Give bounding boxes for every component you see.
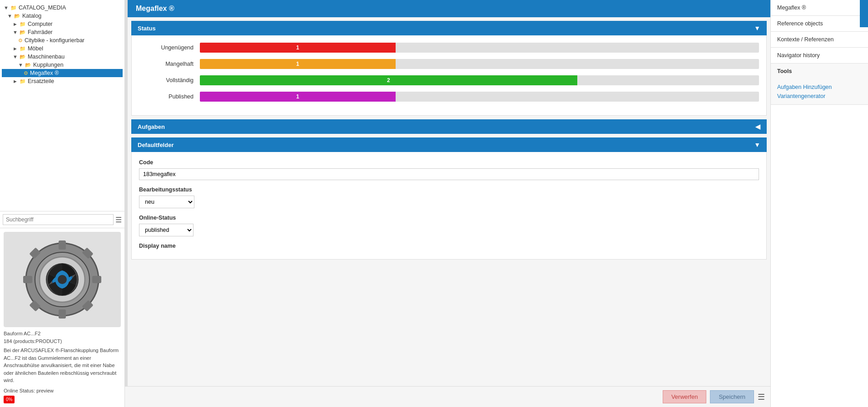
tree-item-label: CATALOG_MEDIA — [19, 5, 66, 11]
folder-icon: 📁 — [20, 46, 26, 52]
right-section-header-kontexte[interactable]: Kontexte / Referenzen — [771, 32, 868, 47]
right-section-body-tools: Aufgaben HinzufügenVariantengenerator — [771, 79, 868, 104]
bearbeitungsstatus-select[interactable]: neu in Bearbeitung abgeschlossen — [139, 196, 194, 208]
status-row-published: Published 1 — [139, 92, 759, 102]
status-label: Mangelhaft — [139, 61, 193, 67]
status-bar-fill: 1 — [200, 59, 396, 69]
right-section-kontexte: Kontexte / Referenzen — [771, 32, 868, 48]
svg-point-13 — [58, 275, 67, 284]
tree-item-label: Fahrräder — [28, 29, 53, 35]
tree-item-label: Möbel — [28, 45, 43, 52]
right-section-header-tools[interactable]: Tools — [771, 64, 868, 79]
folder-open-icon: 📂 — [20, 54, 26, 60]
status-label: Vollständig — [139, 77, 193, 83]
online-status-select[interactable]: published preview unpublished — [139, 224, 193, 236]
right-section-megaflex-ref: Megaflex ® — [771, 0, 868, 16]
product-icon: ⚙ — [18, 38, 23, 44]
expand-icon: ▼ — [7, 13, 12, 19]
product-selected-icon: ⚙ — [24, 70, 28, 76]
tree-item-kupplungen[interactable]: ▼📂Kupplungen — [2, 61, 123, 69]
tree-item-label: Computer — [28, 21, 53, 27]
tree-item-maschinenbau[interactable]: ▼📂Maschinenbau — [2, 53, 123, 61]
preview-text: Bauform AC...F2 184 (products:PRODUCT) B… — [4, 330, 121, 403]
top-right-tab[interactable] — [860, 0, 868, 27]
folder-open-icon: 📂 — [20, 29, 26, 35]
verwerfen-button[interactable]: Verwerfen — [663, 390, 707, 403]
folder-open-icon: 📂 — [14, 13, 20, 19]
tree-item-root[interactable]: ▼📁CATALOG_MEDIA — [2, 4, 123, 12]
bottom-bar: Verwerfen Speichern ☰ — [125, 386, 770, 407]
folder-open-icon: 📂 — [25, 62, 31, 68]
speichern-button[interactable]: Speichern — [710, 390, 754, 403]
expand-icon: ▼ — [13, 29, 18, 35]
search-input[interactable] — [3, 214, 114, 225]
svg-rect-2 — [59, 240, 66, 250]
gear-svg — [17, 234, 108, 325]
status-row-ungenügend: Ungenügend 1 — [139, 43, 759, 53]
tree-item-moebel[interactable]: ►📁Möbel — [2, 44, 123, 53]
online-status-label: Online-Status — [139, 215, 759, 221]
status-section-header[interactable]: Status ▼ — [131, 21, 767, 35]
status-bar-container: 1 — [200, 59, 759, 69]
right-section-header-megaflex-ref[interactable]: Megaflex ® — [771, 0, 868, 15]
left-sidebar: ▼📁CATALOG_MEDIA▼📂Katalog►📁Computer▼📂Fahr… — [0, 0, 125, 407]
search-area: ☰ — [0, 211, 124, 228]
expand-icon: ▼ — [13, 54, 18, 59]
status-bar-container: 2 — [200, 75, 759, 85]
folder-icon: 📁 — [20, 78, 26, 84]
right-section-tools: ToolsAufgaben HinzufügenVariantengenerat… — [771, 64, 868, 105]
status-bar-fill: 2 — [200, 75, 577, 85]
defaultfelder-section-title: Defaultfelder — [138, 142, 174, 148]
main-content: Megaflex ® Status ▼ Ungenügend 1 Mangelh… — [128, 0, 770, 407]
status-bar-fill: 1 — [200, 92, 396, 102]
aufgaben-chevron-icon: ◀ — [755, 123, 760, 130]
tree-item-label: Megaflex ® — [30, 70, 59, 76]
right-section-navigator-history: Navigator history — [771, 48, 868, 64]
status-bar-container: 1 — [200, 92, 759, 102]
right-sidebar: Megaflex ®Reference objectsKontexte / Re… — [770, 0, 868, 407]
expand-icon: ► — [13, 46, 18, 51]
preview-online-status: Online Status: preview — [4, 387, 121, 395]
tree-item-katalog[interactable]: ▼📂Katalog — [2, 12, 123, 20]
aufgaben-section-header[interactable]: Aufgaben ◀ — [131, 119, 767, 134]
preview-area: Bauform AC...F2 184 (products:PRODUCT) B… — [0, 228, 124, 407]
tree-item-label: Kupplungen — [33, 62, 64, 68]
preview-description: Bei der ARCUSAFLEX ®-Flanschkupplung Bau… — [4, 347, 121, 384]
status-label: Ungenügend — [139, 44, 193, 51]
status-section-body: Ungenügend 1 Mangelhaft 1 Vollständig 2 … — [131, 35, 767, 116]
status-section-title: Status — [138, 25, 156, 32]
tree-item-label: Ersatzteile — [28, 78, 54, 84]
right-section-header-navigator-history[interactable]: Navigator history — [771, 48, 868, 63]
svg-rect-4 — [23, 276, 32, 283]
status-chevron-icon: ▼ — [754, 25, 760, 32]
folder-icon: 📁 — [20, 21, 26, 27]
search-menu-icon[interactable]: ☰ — [115, 216, 122, 224]
right-section-reference-objects: Reference objects — [771, 16, 868, 32]
preview-image — [4, 232, 121, 327]
defaultfelder-section-header[interactable]: Defaultfelder ▼ — [131, 137, 767, 152]
expand-icon: ► — [13, 21, 18, 27]
preview-title: Bauform AC...F2 — [4, 330, 121, 338]
right-link-varianten-link[interactable]: Variantengenerator — [777, 92, 862, 101]
svg-rect-3 — [59, 309, 66, 319]
expand-icon: ▼ — [4, 5, 9, 10]
right-link-aufgaben-link[interactable]: Aufgaben Hinzufügen — [777, 83, 862, 92]
tree-item-label: Citybike - konfigurierbar — [25, 37, 84, 44]
tree-area: ▼📁CATALOG_MEDIA▼📂Katalog►📁Computer▼📂Fahr… — [0, 0, 124, 211]
expand-icon: ▼ — [18, 62, 23, 68]
aufgaben-section: Aufgaben ◀ — [131, 119, 767, 134]
tree-item-citybike[interactable]: ⚙Citybike - konfigurierbar — [2, 36, 123, 44]
defaultfelder-section: Defaultfelder ▼ Code Bearbeitungsstatus … — [131, 137, 767, 260]
tree-item-computer[interactable]: ►📁Computer — [2, 20, 123, 28]
tree-item-megaflex[interactable]: ⚙Megaflex ® — [2, 69, 123, 77]
defaultfelder-chevron-icon: ▼ — [754, 141, 760, 148]
tree-item-fahrraeder[interactable]: ▼📂Fahrräder — [2, 28, 123, 36]
status-row-mangelhaft: Mangelhaft 1 — [139, 59, 759, 69]
bottom-menu-button[interactable]: ☰ — [758, 392, 765, 402]
display-name-label: Display name — [139, 243, 759, 249]
preview-subtitle: 184 (products:PRODUCT) — [4, 338, 121, 345]
tree-item-ersatzteile[interactable]: ►📁Ersatzteile — [2, 77, 123, 85]
code-input[interactable] — [139, 168, 759, 180]
right-section-header-reference-objects[interactable]: Reference objects — [771, 16, 868, 31]
code-label: Code — [139, 159, 759, 166]
